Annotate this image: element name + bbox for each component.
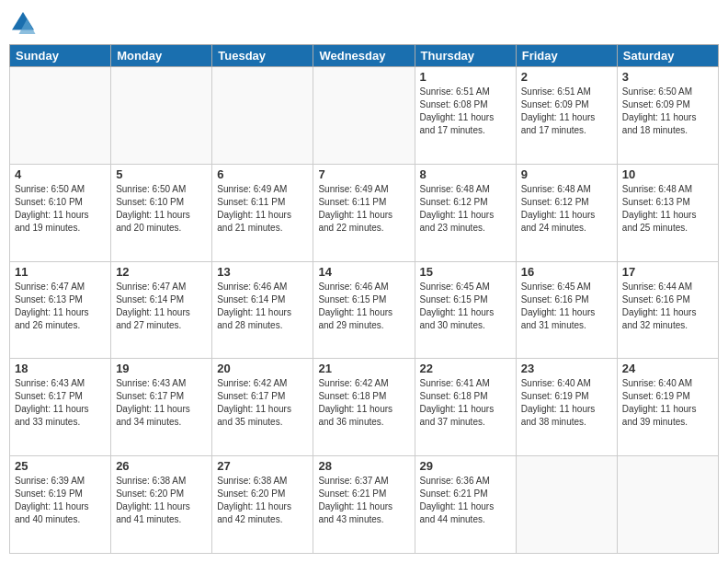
day-info: Sunrise: 6:45 AM Sunset: 6:16 PM Dayligh… (521, 281, 612, 332)
day-cell (10, 67, 111, 165)
day-info: Sunrise: 6:40 AM Sunset: 6:19 PM Dayligh… (622, 377, 713, 429)
day-number: 9 (521, 167, 612, 181)
day-cell: 25Sunrise: 6:39 AM Sunset: 6:19 PM Dayli… (10, 456, 111, 554)
logo-icon (9, 9, 37, 37)
day-number: 23 (521, 362, 612, 375)
week-row-0: 1Sunrise: 6:51 AM Sunset: 6:08 PM Daylig… (10, 67, 719, 165)
day-cell: 21Sunrise: 6:42 AM Sunset: 6:18 PM Dayli… (313, 359, 415, 456)
day-cell: 23Sunrise: 6:40 AM Sunset: 6:19 PM Dayli… (516, 359, 617, 456)
day-cell: 24Sunrise: 6:40 AM Sunset: 6:19 PM Dayli… (617, 359, 718, 456)
day-number: 17 (622, 265, 713, 279)
week-row-4: 25Sunrise: 6:39 AM Sunset: 6:19 PM Dayli… (10, 456, 719, 554)
day-cell: 27Sunrise: 6:38 AM Sunset: 6:20 PM Dayli… (212, 456, 313, 554)
day-info: Sunrise: 6:48 AM Sunset: 6:13 PM Dayligh… (622, 183, 713, 235)
day-info: Sunrise: 6:41 AM Sunset: 6:18 PM Dayligh… (420, 377, 511, 429)
day-info: Sunrise: 6:49 AM Sunset: 6:11 PM Dayligh… (217, 183, 308, 235)
week-row-1: 4Sunrise: 6:50 AM Sunset: 6:10 PM Daylig… (10, 164, 719, 261)
day-number: 12 (116, 265, 207, 279)
day-cell: 7Sunrise: 6:49 AM Sunset: 6:11 PM Daylig… (313, 164, 415, 261)
day-info: Sunrise: 6:50 AM Sunset: 6:10 PM Dayligh… (15, 183, 106, 235)
day-cell (111, 67, 212, 165)
day-cell: 22Sunrise: 6:41 AM Sunset: 6:18 PM Dayli… (415, 359, 516, 456)
day-number: 22 (420, 362, 511, 375)
day-cell: 26Sunrise: 6:38 AM Sunset: 6:20 PM Dayli… (111, 456, 212, 554)
day-info: Sunrise: 6:37 AM Sunset: 6:21 PM Dayligh… (318, 475, 409, 526)
day-number: 2 (521, 70, 612, 84)
day-info: Sunrise: 6:46 AM Sunset: 6:15 PM Dayligh… (318, 281, 409, 332)
day-number: 13 (217, 265, 308, 279)
day-info: Sunrise: 6:44 AM Sunset: 6:16 PM Dayligh… (622, 281, 713, 332)
day-cell (617, 456, 718, 554)
day-cell: 17Sunrise: 6:44 AM Sunset: 6:16 PM Dayli… (617, 261, 718, 359)
day-cell (313, 67, 415, 165)
day-cell: 11Sunrise: 6:47 AM Sunset: 6:13 PM Dayli… (10, 261, 111, 359)
header-cell-friday: Friday (516, 45, 617, 67)
header-cell-thursday: Thursday (415, 45, 516, 67)
day-number: 29 (420, 459, 511, 473)
day-number: 7 (318, 167, 409, 181)
day-cell: 18Sunrise: 6:43 AM Sunset: 6:17 PM Dayli… (10, 359, 111, 456)
day-info: Sunrise: 6:38 AM Sunset: 6:20 PM Dayligh… (116, 475, 207, 526)
day-number: 3 (622, 70, 713, 84)
header-row: SundayMondayTuesdayWednesdayThursdayFrid… (10, 45, 719, 67)
header-cell-sunday: Sunday (10, 45, 111, 67)
day-number: 28 (318, 459, 409, 473)
calendar-body: 1Sunrise: 6:51 AM Sunset: 6:08 PM Daylig… (10, 67, 719, 554)
day-number: 4 (15, 167, 106, 181)
day-info: Sunrise: 6:51 AM Sunset: 6:08 PM Dayligh… (420, 86, 511, 137)
day-cell: 16Sunrise: 6:45 AM Sunset: 6:16 PM Dayli… (516, 261, 617, 359)
day-number: 15 (420, 265, 511, 279)
day-number: 1 (420, 70, 511, 84)
day-info: Sunrise: 6:45 AM Sunset: 6:15 PM Dayligh… (420, 281, 511, 332)
day-cell: 15Sunrise: 6:45 AM Sunset: 6:15 PM Dayli… (415, 261, 516, 359)
day-cell: 2Sunrise: 6:51 AM Sunset: 6:09 PM Daylig… (516, 67, 617, 165)
day-cell: 13Sunrise: 6:46 AM Sunset: 6:14 PM Dayli… (212, 261, 313, 359)
week-row-2: 11Sunrise: 6:47 AM Sunset: 6:13 PM Dayli… (10, 261, 719, 359)
day-info: Sunrise: 6:48 AM Sunset: 6:12 PM Dayligh… (420, 183, 511, 235)
day-number: 5 (116, 167, 207, 181)
day-cell: 19Sunrise: 6:43 AM Sunset: 6:17 PM Dayli… (111, 359, 212, 456)
day-cell: 14Sunrise: 6:46 AM Sunset: 6:15 PM Dayli… (313, 261, 415, 359)
day-number: 25 (15, 459, 106, 473)
day-info: Sunrise: 6:51 AM Sunset: 6:09 PM Dayligh… (521, 86, 612, 137)
day-cell (516, 456, 617, 554)
day-cell: 12Sunrise: 6:47 AM Sunset: 6:14 PM Dayli… (111, 261, 212, 359)
day-number: 14 (318, 265, 409, 279)
calendar-table: SundayMondayTuesdayWednesdayThursdayFrid… (9, 44, 719, 554)
day-info: Sunrise: 6:46 AM Sunset: 6:14 PM Dayligh… (217, 281, 308, 332)
day-number: 20 (217, 362, 308, 375)
logo (9, 9, 40, 37)
day-cell (212, 67, 313, 165)
day-info: Sunrise: 6:50 AM Sunset: 6:10 PM Dayligh… (116, 183, 207, 235)
day-info: Sunrise: 6:50 AM Sunset: 6:09 PM Dayligh… (622, 86, 713, 137)
day-number: 11 (15, 265, 106, 279)
week-row-3: 18Sunrise: 6:43 AM Sunset: 6:17 PM Dayli… (10, 359, 719, 456)
day-number: 6 (217, 167, 308, 181)
day-info: Sunrise: 6:48 AM Sunset: 6:12 PM Dayligh… (521, 183, 612, 235)
day-cell: 6Sunrise: 6:49 AM Sunset: 6:11 PM Daylig… (212, 164, 313, 261)
day-cell: 3Sunrise: 6:50 AM Sunset: 6:09 PM Daylig… (617, 67, 718, 165)
day-info: Sunrise: 6:42 AM Sunset: 6:17 PM Dayligh… (217, 377, 308, 429)
day-number: 21 (318, 362, 409, 375)
day-number: 26 (116, 459, 207, 473)
day-info: Sunrise: 6:47 AM Sunset: 6:14 PM Dayligh… (116, 281, 207, 332)
day-number: 19 (116, 362, 207, 375)
day-cell: 20Sunrise: 6:42 AM Sunset: 6:17 PM Dayli… (212, 359, 313, 456)
day-number: 24 (622, 362, 713, 375)
header-cell-tuesday: Tuesday (212, 45, 313, 67)
day-number: 16 (521, 265, 612, 279)
header-cell-monday: Monday (111, 45, 212, 67)
day-cell: 9Sunrise: 6:48 AM Sunset: 6:12 PM Daylig… (516, 164, 617, 261)
day-cell: 8Sunrise: 6:48 AM Sunset: 6:12 PM Daylig… (415, 164, 516, 261)
day-number: 27 (217, 459, 308, 473)
day-cell: 5Sunrise: 6:50 AM Sunset: 6:10 PM Daylig… (111, 164, 212, 261)
day-info: Sunrise: 6:40 AM Sunset: 6:19 PM Dayligh… (521, 377, 612, 429)
day-info: Sunrise: 6:49 AM Sunset: 6:11 PM Dayligh… (318, 183, 409, 235)
day-info: Sunrise: 6:36 AM Sunset: 6:21 PM Dayligh… (420, 475, 511, 526)
day-cell: 28Sunrise: 6:37 AM Sunset: 6:21 PM Dayli… (313, 456, 415, 554)
day-info: Sunrise: 6:47 AM Sunset: 6:13 PM Dayligh… (15, 281, 106, 332)
day-info: Sunrise: 6:39 AM Sunset: 6:19 PM Dayligh… (15, 475, 106, 526)
header (9, 9, 719, 37)
day-number: 8 (420, 167, 511, 181)
day-cell: 4Sunrise: 6:50 AM Sunset: 6:10 PM Daylig… (10, 164, 111, 261)
